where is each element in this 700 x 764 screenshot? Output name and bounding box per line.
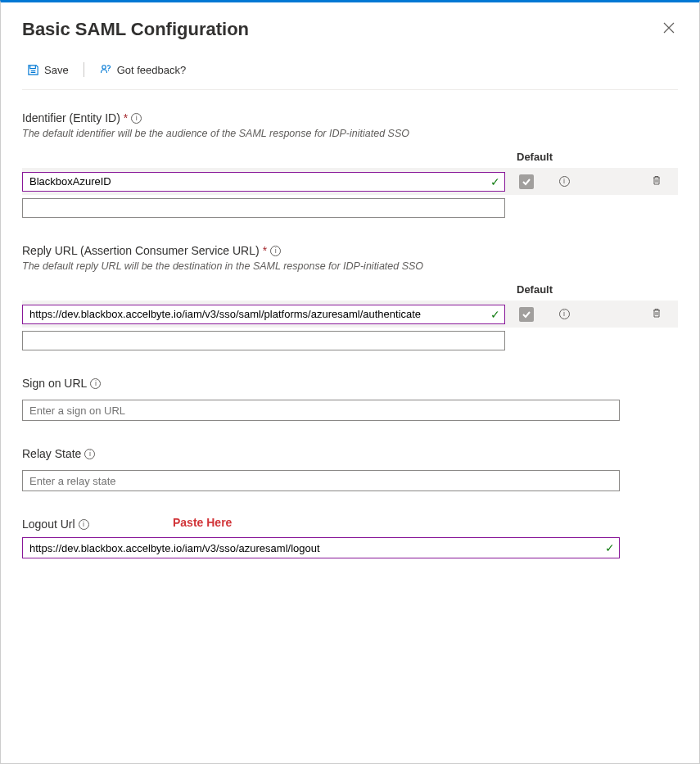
trash-icon (651, 174, 662, 188)
save-icon (27, 64, 39, 76)
paste-here-annotation: Paste Here (173, 516, 232, 529)
reply-url-label: Reply URL (Assertion Consumer Service UR… (22, 244, 678, 257)
close-button[interactable] (660, 19, 678, 40)
save-button[interactable]: Save (22, 61, 74, 79)
reply-url-label-text: Reply URL (Assertion Consumer Service UR… (22, 244, 260, 257)
trash-icon (651, 307, 662, 321)
close-icon (663, 22, 675, 34)
reply-url-row-empty (22, 328, 678, 350)
feedback-button[interactable]: Got feedback? (94, 60, 192, 79)
sign-on-url-label-text: Sign on URL (22, 377, 87, 390)
delete-row-button[interactable] (648, 171, 666, 192)
default-column-header: Default (505, 151, 678, 168)
save-label: Save (44, 64, 69, 76)
feedback-icon (99, 63, 112, 76)
identifier-table-header: Default (22, 151, 678, 168)
required-mark: * (263, 244, 267, 257)
default-column-header: Default (505, 283, 678, 301)
sign-on-url-input[interactable] (22, 400, 620, 421)
info-icon[interactable]: i (90, 378, 101, 389)
sign-on-url-label: Sign on URL i (22, 377, 678, 390)
required-mark: * (124, 111, 128, 124)
logout-url-input[interactable] (22, 537, 620, 558)
svg-point-1 (108, 70, 109, 71)
logout-url-section: Logout Url i Paste Here ✓ (22, 518, 678, 558)
info-icon[interactable]: i (79, 519, 89, 530)
reply-url-desc: The default reply URL will be the destin… (22, 260, 678, 272)
feedback-label: Got feedback? (117, 64, 187, 76)
svg-point-0 (102, 66, 105, 69)
identifier-row-empty (22, 195, 678, 218)
info-icon[interactable]: i (84, 449, 95, 459)
relay-state-label-text: Relay State (22, 447, 81, 460)
sign-on-url-section: Sign on URL i (22, 377, 678, 421)
reply-url-section: Reply URL (Assertion Consumer Service UR… (22, 244, 678, 350)
relay-state-section: Relay State i (22, 447, 678, 491)
identifier-input[interactable] (22, 172, 505, 192)
info-icon: i (559, 176, 570, 187)
default-checkbox[interactable] (519, 307, 534, 322)
delete-row-button[interactable] (648, 304, 666, 324)
panel-header: Basic SAML Configuration (22, 19, 678, 40)
identifier-desc: The default identifier will be the audie… (22, 128, 678, 139)
identifier-row: ✓ i (22, 168, 678, 195)
relay-state-input[interactable] (22, 470, 620, 491)
reply-url-row: ✓ i (22, 301, 678, 328)
info-icon: i (559, 309, 570, 319)
identifier-label-text: Identifier (Entity ID) (22, 111, 120, 124)
reply-url-input-empty[interactable] (22, 331, 505, 350)
relay-state-label: Relay State i (22, 447, 678, 460)
page-title: Basic SAML Configuration (22, 19, 249, 40)
row-info-button[interactable]: i (556, 173, 573, 190)
info-icon[interactable]: i (270, 246, 281, 256)
identifier-input-empty[interactable] (22, 198, 505, 218)
row-info-button[interactable]: i (556, 305, 573, 323)
identifier-section: Identifier (Entity ID) * i The default i… (22, 111, 678, 218)
toolbar-separator (84, 62, 84, 77)
default-checkbox[interactable] (519, 174, 534, 189)
logout-url-label-text: Logout Url (22, 518, 75, 531)
reply-url-table-header: Default (22, 283, 678, 301)
info-icon[interactable]: i (131, 113, 142, 124)
identifier-label: Identifier (Entity ID) * i (22, 111, 678, 124)
reply-url-input[interactable] (22, 305, 505, 324)
toolbar: Save Got feedback? (22, 60, 678, 90)
